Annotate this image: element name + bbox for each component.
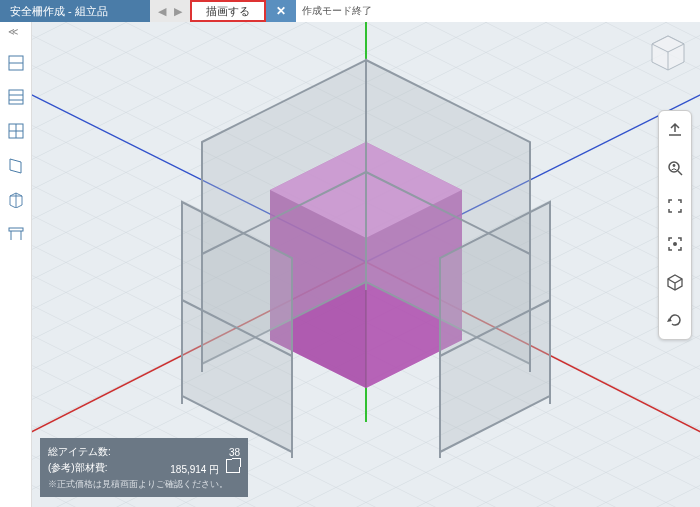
focus-target-icon[interactable] [664, 233, 686, 255]
svg-rect-8 [9, 228, 23, 231]
arrow-right-icon[interactable]: ▶ [174, 5, 182, 18]
collapse-icon[interactable]: ≪ [8, 26, 18, 37]
scene-svg [32, 22, 700, 507]
item-count-value: 38 [229, 447, 240, 458]
fence-3d-icon[interactable] [5, 188, 27, 210]
table-icon[interactable] [5, 222, 27, 244]
panel-grid-icon[interactable] [5, 120, 27, 142]
svg-line-36 [678, 171, 682, 175]
fit-brackets-icon[interactable] [664, 195, 686, 217]
plane-up-icon[interactable] [664, 119, 686, 141]
svg-point-38 [673, 242, 677, 246]
left-toolbar: ≪ [0, 22, 32, 507]
shelf1-icon[interactable] [5, 52, 27, 74]
arrow-left-icon[interactable]: ◀ [158, 5, 166, 18]
view-cube[interactable] [648, 32, 688, 72]
page-title: 安全柵作成 - 組立品 [0, 0, 150, 22]
refresh-icon[interactable] [664, 309, 686, 331]
cost-value: 185,914 円 [170, 464, 219, 475]
draw-button[interactable]: 描画する [190, 0, 266, 22]
stats-panel: 総アイテム数: 38 (参考)部材費: 185,914 円 ※正式価格は見積画面… [40, 438, 248, 497]
end-mode-label: 作成モード終了 [296, 0, 378, 22]
stats-note: ※正式価格は見積画面よりご確認ください。 [48, 478, 240, 491]
close-button[interactable]: ✕ [266, 0, 296, 22]
item-count-label: 総アイテム数: [48, 445, 111, 459]
3d-viewport[interactable] [32, 22, 700, 507]
right-toolbar [658, 110, 692, 340]
fence-single-icon[interactable] [5, 154, 27, 176]
svg-marker-40 [667, 318, 672, 322]
shelf2-icon[interactable] [5, 86, 27, 108]
svg-point-35 [669, 162, 679, 172]
cube-icon[interactable] [664, 271, 686, 293]
svg-rect-2 [9, 90, 23, 104]
cost-label: (参考)部材費: [48, 461, 107, 475]
zoom-person-icon[interactable] [664, 157, 686, 179]
top-toolbar: 安全柵作成 - 組立品 ◀ ▶ 描画する ✕ 作成モード終了 [0, 0, 700, 22]
nav-arrows: ◀ ▶ [150, 0, 190, 22]
external-link-icon[interactable] [226, 459, 240, 473]
svg-point-37 [673, 164, 676, 167]
